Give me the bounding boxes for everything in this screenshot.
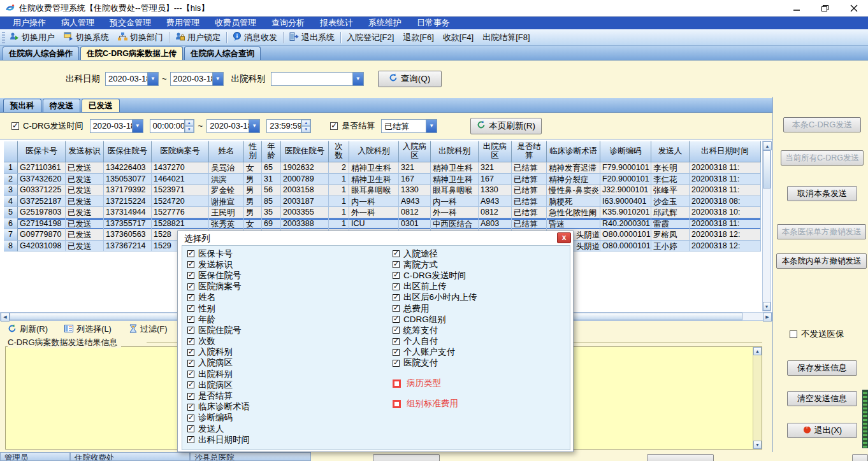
cell-sender[interactable]: 李长明 [651,162,690,174]
column-option[interactable]: 姓名 [187,292,250,303]
cell-sender[interactable]: 罗榕凤 [651,229,690,241]
column-option[interactable]: 出科日期时间 [187,434,250,445]
send-time-checkbox[interactable] [11,122,19,130]
header-admit-ward[interactable]: 入院病区 [399,141,431,162]
cell-times[interactable]: 1 [329,207,349,218]
header-insurance-card[interactable]: 医保卡号 [18,141,66,162]
cell-settled[interactable]: 已结算 [512,162,547,174]
header-hospital-admission-no[interactable]: 医院住院号 [281,141,329,162]
cell-discharge-dept[interactable]: 内一科 [431,196,479,208]
column-select-button[interactable]: 列选择(L) [64,323,112,335]
cell-case-no[interactable]: 1528821 [152,218,209,230]
column-option[interactable]: 个人自付 [393,336,477,347]
cell-send-flag[interactable]: 已发送 [66,174,104,185]
page-refresh-button[interactable]: 本页刷新(R) [470,118,542,134]
checkbox-checked-icon[interactable] [187,283,194,290]
cell-insurance-card[interactable]: G27194198 [18,218,66,230]
send-date-to-value[interactable]: 2020-03-18 [207,120,249,132]
menu-item[interactable]: 用户操作 [5,17,54,29]
column-option[interactable]: 医院支付 [393,358,477,369]
partial-button[interactable] [852,454,868,461]
table-row[interactable]: 2G37432620已发送1350530771464021洪滨男31200078… [4,174,761,185]
chevron-down-icon[interactable]: ▼ [352,73,363,85]
cell-times[interactable]: 1 [329,174,349,185]
header-diagnosis-code[interactable]: 诊断编码 [600,141,651,162]
cell-discharge-ward[interactable]: 167 [479,174,512,185]
cell-diagnosis[interactable]: 急性化脓性阑 [547,207,600,218]
send-time-from-field[interactable]: 00:00:00 ▲▼ [150,119,194,133]
cell-name[interactable]: 谢推宣 [209,196,244,208]
chevron-down-icon[interactable]: ▼ [147,73,158,85]
column-option[interactable]: 出区后6小时内上传 [393,292,477,303]
checkbox-unchecked-icon[interactable] [393,400,401,408]
cell-send-flag[interactable]: 已发送 [66,229,104,241]
switch-system-button[interactable]: 切换系统 [59,30,113,45]
cell-hospital-admission-no[interactable]: 2003355 [281,207,329,218]
checkbox-checked-icon[interactable] [187,404,194,411]
table-row[interactable]: 6G27194198已发送1373557171528821张秀英女6920033… [4,218,761,230]
partial-button[interactable] [647,454,714,461]
settled-checkbox[interactable] [330,122,338,130]
cell-admit-ward[interactable]: 0812 [399,207,431,218]
scroll-down-icon[interactable]: ▼ [763,302,770,311]
cell-diagnosis[interactable]: 昏迷 [547,218,600,230]
subtab-sent[interactable]: 已发送 [82,99,120,112]
menu-item[interactable]: 收费员管理 [207,17,264,29]
cell-insurance-admission-no[interactable]: 137360563 [104,229,152,241]
result-scrollbar[interactable]: ▲ ▼ [753,347,762,449]
cell-admit-dept[interactable]: 精神卫生科 [349,162,399,174]
scroll-down-icon[interactable]: ▼ [753,441,762,449]
cell-insurance-admission-no[interactable]: 134226403 [104,162,152,174]
column-option[interactable]: 入院科别 [187,347,250,358]
table-row[interactable]: 5G25197803已发送1373149441527776王民明男3520033… [4,207,761,218]
column-option[interactable]: 年龄 [187,314,250,325]
settled-value[interactable]: 已结算 [382,120,426,132]
checkbox-checked-icon[interactable] [393,294,400,301]
cell-insurance-admission-no[interactable]: 137355717 [104,218,152,230]
cell-sex[interactable]: 女 [244,218,262,230]
send-time-to-field[interactable]: 23:59:59 ▲▼ [266,119,311,133]
cell-name[interactable]: 罗金铨 [209,185,244,196]
checkbox-checked-icon[interactable] [393,250,400,257]
partial-button[interactable] [373,454,440,461]
cell-out-datetime[interactable]: 20200318 10: [690,207,761,218]
cell-send-flag[interactable]: 已发送 [66,218,104,230]
cell-diagnosis-code[interactable]: F79.9000101 [600,162,651,174]
tab-inpatient-query[interactable]: 住院病人综合查询 [184,46,261,60]
scroll-up-icon[interactable]: ▲ [753,347,762,355]
chevron-down-icon[interactable]: ▼ [212,73,223,85]
cell-age[interactable]: 31 [262,174,281,185]
table-row[interactable]: 1G27110361已发送1342264031437270吴骂治女6519026… [4,162,761,174]
checkbox-checked-icon[interactable] [187,360,194,367]
header-send-flag[interactable]: 发送标识 [66,141,104,162]
column-option[interactable]: 诊断编码 [187,413,250,423]
cell-diagnosis-code[interactable]: K35.9010201 [600,207,651,218]
cell-insurance-admission-no[interactable]: 137215224 [104,196,152,208]
send-time-from-value[interactable]: 00:00:00 [150,120,184,132]
close-icon[interactable]: x [557,232,571,243]
subtab-pre-out[interactable]: 预出科 [3,99,41,112]
cell-admit-ward[interactable]: 167 [399,174,431,185]
scrollbar-thumb[interactable] [763,150,770,188]
cell-age[interactable]: 56 [262,185,281,196]
restore-button[interactable] [811,0,839,17]
cell-case-no[interactable]: 1437270 [152,162,209,174]
scroll-right-icon[interactable]: ▶ [763,313,772,322]
cell-name[interactable]: 张秀英 [209,218,244,230]
checkbox-checked-icon[interactable] [393,261,400,268]
menu-item[interactable]: 系统维护 [361,17,409,29]
cell-out-datetime[interactable]: 20200318 08: [690,196,761,208]
cell-send-flag[interactable]: 已发送 [66,207,104,218]
minimize-button[interactable] [782,0,811,17]
column-option[interactable]: 医院住院号 [187,325,250,336]
column-option[interactable]: 出院病区 [187,379,250,390]
column-option[interactable]: 是否结算 [187,390,250,401]
cell-age[interactable]: 65 [262,162,281,174]
switch-user-button[interactable]: 切换用户 [5,30,59,45]
cell-hospital-admission-no[interactable]: 1902632 [281,162,329,174]
scroll-up-icon[interactable]: ▲ [763,141,772,150]
checkbox-checked-icon[interactable] [393,360,400,367]
cell-send-flag[interactable]: 已发送 [66,162,104,174]
scroll-left-icon[interactable]: ◀ [1,313,10,322]
chevron-down-icon[interactable]: ▼ [132,120,143,132]
